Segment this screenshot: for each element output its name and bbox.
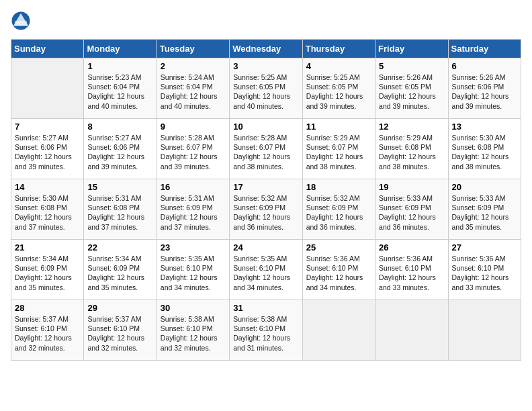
day-info: Sunrise: 5:28 AM Sunset: 6:07 PM Dayligh… (233, 133, 298, 171)
day-cell (375, 300, 448, 361)
header-cell-thursday: Thursday (302, 40, 375, 58)
day-info: Sunrise: 5:35 AM Sunset: 6:10 PM Dayligh… (161, 254, 226, 292)
day-number: 15 (87, 182, 152, 192)
week-row-2: 7Sunrise: 5:27 AM Sunset: 6:06 PM Daylig… (11, 119, 521, 179)
day-number: 29 (87, 303, 152, 313)
day-cell: 20Sunrise: 5:33 AM Sunset: 6:09 PM Dayli… (448, 179, 521, 240)
day-info: Sunrise: 5:29 AM Sunset: 6:08 PM Dayligh… (379, 133, 444, 171)
day-info: Sunrise: 5:36 AM Sunset: 6:10 PM Dayligh… (306, 254, 371, 292)
day-info: Sunrise: 5:33 AM Sunset: 6:09 PM Dayligh… (452, 193, 517, 232)
day-cell: 6Sunrise: 5:26 AM Sunset: 6:06 PM Daylig… (448, 58, 521, 119)
day-number: 24 (233, 242, 298, 253)
day-info: Sunrise: 5:25 AM Sunset: 6:05 PM Dayligh… (306, 73, 371, 111)
day-info: Sunrise: 5:36 AM Sunset: 6:10 PM Dayligh… (379, 254, 444, 292)
day-cell: 9Sunrise: 5:28 AM Sunset: 6:07 PM Daylig… (157, 119, 229, 179)
day-number: 6 (452, 61, 517, 71)
day-number: 2 (161, 61, 226, 71)
day-cell: 22Sunrise: 5:34 AM Sunset: 6:09 PM Dayli… (84, 240, 157, 300)
day-cell: 31Sunrise: 5:38 AM Sunset: 6:10 PM Dayli… (230, 300, 302, 361)
day-number: 8 (87, 122, 152, 132)
day-info: Sunrise: 5:34 AM Sunset: 6:09 PM Dayligh… (87, 254, 152, 292)
day-number: 22 (87, 242, 152, 253)
day-number: 13 (452, 122, 517, 132)
day-cell: 25Sunrise: 5:36 AM Sunset: 6:10 PM Dayli… (302, 240, 375, 300)
day-info: Sunrise: 5:38 AM Sunset: 6:10 PM Dayligh… (161, 314, 226, 353)
day-number: 26 (379, 242, 444, 253)
day-cell: 29Sunrise: 5:37 AM Sunset: 6:10 PM Dayli… (84, 300, 157, 361)
day-cell: 14Sunrise: 5:30 AM Sunset: 6:08 PM Dayli… (11, 179, 84, 240)
header-cell-saturday: Saturday (448, 40, 521, 58)
day-cell: 10Sunrise: 5:28 AM Sunset: 6:07 PM Dayli… (230, 119, 302, 179)
week-row-4: 21Sunrise: 5:34 AM Sunset: 6:09 PM Dayli… (11, 240, 521, 300)
day-info: Sunrise: 5:32 AM Sunset: 6:09 PM Dayligh… (233, 193, 298, 232)
day-number: 18 (306, 182, 371, 192)
day-info: Sunrise: 5:38 AM Sunset: 6:10 PM Dayligh… (233, 314, 298, 353)
day-info: Sunrise: 5:32 AM Sunset: 6:09 PM Dayligh… (306, 193, 371, 232)
day-number: 4 (306, 61, 371, 71)
header-cell-wednesday: Wednesday (230, 40, 302, 58)
day-cell: 19Sunrise: 5:33 AM Sunset: 6:09 PM Dayli… (375, 179, 448, 240)
week-row-3: 14Sunrise: 5:30 AM Sunset: 6:08 PM Dayli… (11, 179, 521, 240)
day-cell (448, 300, 521, 361)
week-row-1: 1Sunrise: 5:23 AM Sunset: 6:04 PM Daylig… (11, 58, 521, 119)
day-cell: 8Sunrise: 5:27 AM Sunset: 6:06 PM Daylig… (84, 119, 157, 179)
day-info: Sunrise: 5:24 AM Sunset: 6:04 PM Dayligh… (161, 73, 226, 111)
header-cell-sunday: Sunday (11, 40, 84, 58)
day-cell: 7Sunrise: 5:27 AM Sunset: 6:06 PM Daylig… (11, 119, 84, 179)
logo-icon (11, 11, 31, 31)
day-info: Sunrise: 5:29 AM Sunset: 6:07 PM Dayligh… (306, 133, 371, 171)
header-cell-friday: Friday (375, 40, 448, 58)
week-row-5: 28Sunrise: 5:37 AM Sunset: 6:10 PM Dayli… (11, 300, 521, 361)
day-info: Sunrise: 5:27 AM Sunset: 6:06 PM Dayligh… (15, 133, 80, 171)
day-cell: 1Sunrise: 5:23 AM Sunset: 6:04 PM Daylig… (84, 58, 157, 119)
day-number: 7 (15, 122, 80, 132)
day-cell: 15Sunrise: 5:31 AM Sunset: 6:08 PM Dayli… (84, 179, 157, 240)
day-info: Sunrise: 5:25 AM Sunset: 6:05 PM Dayligh… (233, 73, 298, 111)
day-cell: 28Sunrise: 5:37 AM Sunset: 6:10 PM Dayli… (11, 300, 84, 361)
day-number: 20 (452, 182, 517, 192)
day-cell: 3Sunrise: 5:25 AM Sunset: 6:05 PM Daylig… (230, 58, 302, 119)
day-info: Sunrise: 5:35 AM Sunset: 6:10 PM Dayligh… (233, 254, 298, 292)
calendar-table: SundayMondayTuesdayWednesdayThursdayFrid… (11, 39, 521, 361)
day-number: 11 (306, 122, 371, 132)
day-cell: 13Sunrise: 5:30 AM Sunset: 6:08 PM Dayli… (448, 119, 521, 179)
day-cell: 24Sunrise: 5:35 AM Sunset: 6:10 PM Dayli… (230, 240, 302, 300)
day-number: 1 (87, 61, 152, 71)
day-info: Sunrise: 5:37 AM Sunset: 6:10 PM Dayligh… (15, 314, 80, 353)
day-number: 27 (452, 242, 517, 253)
svg-rect-2 (15, 21, 27, 26)
day-number: 28 (15, 303, 80, 313)
day-info: Sunrise: 5:28 AM Sunset: 6:07 PM Dayligh… (161, 133, 226, 171)
day-cell: 30Sunrise: 5:38 AM Sunset: 6:10 PM Dayli… (157, 300, 229, 361)
logo (11, 11, 34, 31)
day-cell: 21Sunrise: 5:34 AM Sunset: 6:09 PM Dayli… (11, 240, 84, 300)
day-info: Sunrise: 5:30 AM Sunset: 6:08 PM Dayligh… (15, 193, 80, 232)
day-info: Sunrise: 5:26 AM Sunset: 6:06 PM Dayligh… (452, 73, 517, 111)
day-number: 21 (15, 242, 80, 253)
day-cell: 12Sunrise: 5:29 AM Sunset: 6:08 PM Dayli… (375, 119, 448, 179)
day-number: 5 (379, 61, 444, 71)
day-info: Sunrise: 5:34 AM Sunset: 6:09 PM Dayligh… (15, 254, 80, 292)
day-cell: 11Sunrise: 5:29 AM Sunset: 6:07 PM Dayli… (302, 119, 375, 179)
header-row: SundayMondayTuesdayWednesdayThursdayFrid… (11, 40, 521, 58)
day-cell: 23Sunrise: 5:35 AM Sunset: 6:10 PM Dayli… (157, 240, 229, 300)
day-number: 31 (233, 303, 298, 313)
header-cell-monday: Monday (84, 40, 157, 58)
day-number: 9 (161, 122, 226, 132)
day-number: 12 (379, 122, 444, 132)
day-cell: 18Sunrise: 5:32 AM Sunset: 6:09 PM Dayli… (302, 179, 375, 240)
day-cell (11, 58, 84, 119)
day-number: 16 (161, 182, 226, 192)
day-number: 10 (233, 122, 298, 132)
day-info: Sunrise: 5:36 AM Sunset: 6:10 PM Dayligh… (452, 254, 517, 292)
day-info: Sunrise: 5:27 AM Sunset: 6:06 PM Dayligh… (87, 133, 152, 171)
day-info: Sunrise: 5:31 AM Sunset: 6:08 PM Dayligh… (87, 193, 152, 232)
day-cell (302, 300, 375, 361)
day-info: Sunrise: 5:31 AM Sunset: 6:09 PM Dayligh… (161, 193, 226, 232)
day-number: 17 (233, 182, 298, 192)
day-info: Sunrise: 5:37 AM Sunset: 6:10 PM Dayligh… (87, 314, 152, 353)
day-cell: 5Sunrise: 5:26 AM Sunset: 6:05 PM Daylig… (375, 58, 448, 119)
day-info: Sunrise: 5:23 AM Sunset: 6:04 PM Dayligh… (87, 73, 152, 111)
day-number: 25 (306, 242, 371, 253)
day-number: 3 (233, 61, 298, 71)
